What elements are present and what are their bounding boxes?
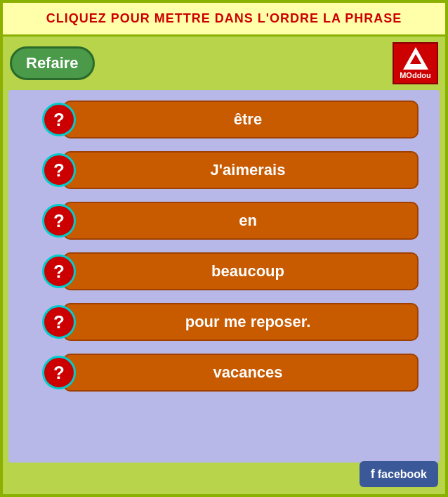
facebook-button[interactable]: f facebook — [360, 461, 438, 487]
word-row-3: ? en — [29, 202, 419, 240]
logo-box: MOddou — [393, 42, 438, 84]
facebook-label: facebook — [378, 468, 427, 481]
header-bar: CLIQUEZ POUR METTRE DANS L'ORDRE LA PHRA… — [3, 3, 445, 37]
question-circle-6[interactable]: ? — [42, 356, 76, 389]
word-row-2: ? J'aimerais — [29, 151, 419, 189]
question-circle-2[interactable]: ? — [42, 153, 76, 187]
question-circle-4[interactable]: ? — [42, 254, 76, 288]
word-row-4: ? beaucoup — [29, 252, 419, 290]
word-button-4[interactable]: beaucoup — [63, 252, 419, 290]
main-area: ? être ? J'aimerais ? en ? beaucoup ? po… — [8, 90, 440, 463]
word-button-6[interactable]: vacances — [63, 354, 419, 392]
word-row-1: ? être — [29, 101, 419, 138]
question-circle-5[interactable]: ? — [42, 305, 76, 339]
word-row-5: ? pour me reposer. — [29, 303, 419, 341]
top-bar: Refaire MOddou — [3, 37, 445, 90]
logo-text: MOddou — [400, 71, 431, 79]
word-button-3[interactable]: en — [63, 202, 419, 240]
app-container: CLIQUEZ POUR METTRE DANS L'ORDRE LA PHRA… — [0, 0, 448, 497]
word-button-2[interactable]: J'aimerais — [63, 151, 419, 189]
facebook-f-icon: f — [371, 467, 375, 482]
word-row-6: ? vacances — [29, 354, 419, 392]
refaire-button[interactable]: Refaire — [10, 46, 95, 80]
logo-triangle-icon — [403, 47, 428, 70]
word-button-5[interactable]: pour me reposer. — [63, 303, 419, 341]
word-button-1[interactable]: être — [63, 101, 419, 138]
question-circle-1[interactable]: ? — [42, 103, 76, 136]
header-title: CLIQUEZ POUR METTRE DANS L'ORDRE LA PHRA… — [46, 11, 402, 25]
question-circle-3[interactable]: ? — [42, 204, 76, 238]
